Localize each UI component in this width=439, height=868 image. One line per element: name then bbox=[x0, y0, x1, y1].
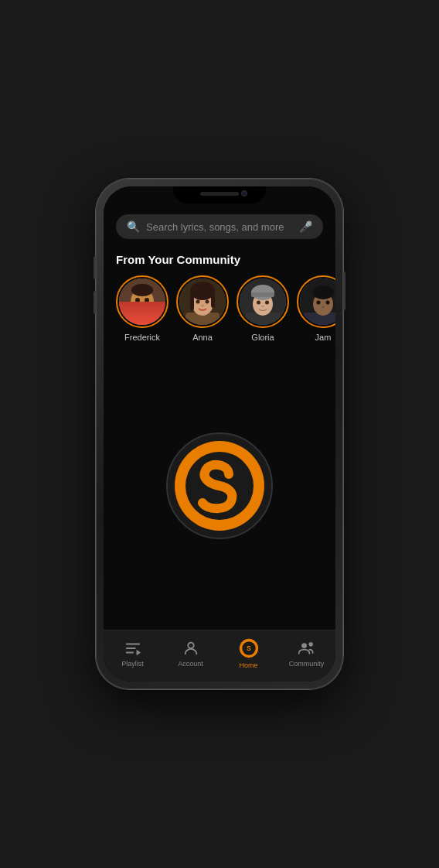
tab-label-home: Home bbox=[239, 661, 257, 669]
phone-screen: 🔍 Search lyrics, songs, and more 🎤 From … bbox=[104, 186, 335, 682]
soundhound-logo[interactable] bbox=[165, 432, 274, 540]
svg-marker-38 bbox=[136, 650, 141, 655]
notch bbox=[173, 186, 266, 203]
power-button bbox=[343, 272, 345, 310]
community-member-frederick[interactable]: Frederick bbox=[116, 275, 168, 342]
community-member-gloria[interactable]: Gloria bbox=[237, 275, 289, 342]
phone-frame: 🔍 Search lyrics, songs, and more 🎤 From … bbox=[96, 179, 343, 689]
avatar-ring-gloria bbox=[237, 275, 289, 328]
tab-label-account: Account bbox=[178, 660, 203, 668]
svg-point-30 bbox=[326, 301, 330, 305]
tab-account[interactable]: Account bbox=[162, 640, 220, 668]
tab-label-playlist: Playlist bbox=[121, 660, 144, 668]
member-name-frederick: Frederick bbox=[124, 333, 160, 342]
svg-text:S: S bbox=[247, 644, 251, 652]
microphone-icon[interactable]: 🎤 bbox=[299, 220, 312, 233]
volume-up-button bbox=[94, 256, 96, 279]
svg-rect-4 bbox=[133, 303, 151, 311]
svg-point-15 bbox=[206, 300, 209, 304]
community-icon bbox=[298, 640, 316, 657]
avatar-anna bbox=[179, 279, 226, 325]
svg-point-39 bbox=[188, 643, 193, 648]
screen-content: 🔍 Search lyrics, songs, and more 🎤 From … bbox=[104, 186, 335, 630]
svg-point-31 bbox=[322, 306, 325, 309]
svg-rect-1 bbox=[125, 309, 159, 325]
svg-point-43 bbox=[301, 643, 307, 648]
logo-area[interactable] bbox=[104, 342, 335, 630]
tab-label-community: Community bbox=[289, 660, 325, 668]
search-icon: 🔍 bbox=[127, 220, 140, 233]
avatar-ring-anna bbox=[176, 275, 229, 328]
avatar-ring-frederick bbox=[116, 275, 168, 328]
member-name-jam: Jam bbox=[315, 333, 332, 342]
avatar-ring-jam bbox=[297, 275, 335, 328]
avatar-frederick bbox=[119, 279, 165, 325]
svg-point-16 bbox=[201, 305, 204, 307]
tab-community[interactable]: Community bbox=[277, 640, 335, 668]
svg-point-45 bbox=[308, 642, 312, 646]
camera bbox=[241, 190, 247, 196]
svg-point-3 bbox=[131, 284, 153, 296]
tab-bar: Playlist Account S Home bbox=[104, 630, 335, 682]
home-icon: S bbox=[239, 638, 259, 658]
playlist-icon bbox=[124, 640, 141, 657]
search-bar[interactable]: 🔍 Search lyrics, songs, and more 🎤 bbox=[116, 214, 323, 239]
svg-point-5 bbox=[135, 298, 140, 302]
svg-point-24 bbox=[261, 306, 264, 308]
community-members-row: Frederick bbox=[104, 275, 335, 342]
avatar-jam bbox=[300, 279, 335, 325]
svg-point-29 bbox=[317, 301, 321, 305]
svg-point-14 bbox=[196, 300, 200, 304]
svg-point-6 bbox=[145, 298, 149, 302]
volume-down-button bbox=[94, 291, 96, 314]
community-section-title: From Your Community bbox=[116, 253, 323, 266]
tab-playlist[interactable]: Playlist bbox=[104, 640, 162, 668]
svg-point-23 bbox=[265, 301, 269, 305]
svg-rect-13 bbox=[211, 292, 215, 308]
tab-home[interactable]: S Home bbox=[220, 638, 277, 669]
svg-point-22 bbox=[257, 301, 260, 305]
community-member-jam[interactable]: Jam bbox=[297, 275, 335, 342]
member-name-anna: Anna bbox=[192, 333, 213, 342]
avatar-gloria bbox=[240, 279, 286, 325]
svg-rect-12 bbox=[190, 292, 194, 311]
speaker bbox=[200, 192, 239, 196]
svg-point-28 bbox=[312, 285, 334, 299]
account-icon bbox=[182, 640, 199, 657]
community-member-anna[interactable]: Anna bbox=[176, 275, 229, 342]
member-name-gloria: Gloria bbox=[251, 333, 274, 342]
svg-rect-7 bbox=[119, 309, 165, 312]
search-input[interactable]: Search lyrics, songs, and more bbox=[146, 221, 293, 233]
svg-rect-21 bbox=[251, 292, 274, 297]
